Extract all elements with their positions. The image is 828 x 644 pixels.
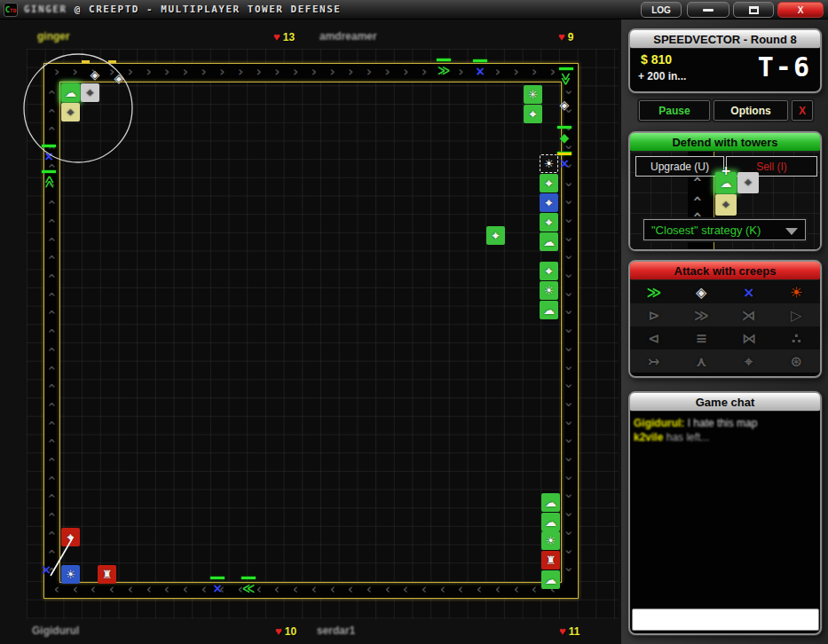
creep-type-locked[interactable]: ▷: [773, 303, 821, 326]
preview-tower-selected[interactable]: ☁: [715, 172, 737, 193]
bottom-player-row: Gigidurul ♥10 serdar1 ♥11: [0, 621, 621, 642]
tower-gun-blue[interactable]: ⌖: [540, 193, 558, 212]
chevron-down-icon: [785, 228, 798, 235]
lives-counter: ♥13: [273, 30, 295, 43]
attack-panel: Attack with creeps ≫◈×☀⊳≫⋊▷⊲≡⋈∴↣⋏⌖⊛: [628, 260, 822, 378]
chat-message: k2vile has left...: [634, 430, 816, 444]
chat-author: k2vile: [634, 431, 663, 444]
round-title: SPEEDVECTOR - Round 8: [630, 30, 820, 49]
tower-tank-enemy[interactable]: ♜: [98, 565, 116, 584]
creep-type-locked[interactable]: ⋊: [725, 303, 773, 326]
lives-counter: ♥9: [558, 30, 573, 43]
app-logo-icon: CTD: [4, 3, 18, 17]
tower-gun[interactable]: ⌖: [540, 174, 558, 192]
creep-row: ⊲≡⋈∴: [630, 326, 820, 349]
heart-icon: ♥: [273, 30, 280, 43]
surrender-button[interactable]: X: [792, 100, 813, 121]
log-button[interactable]: LOG: [641, 2, 682, 18]
heart-icon: ♥: [558, 30, 565, 43]
creep-row: ⊳≫⋊▷: [630, 303, 820, 326]
tower-splash[interactable]: ☁: [541, 570, 560, 589]
preview-tower[interactable]: ⌖: [737, 172, 759, 193]
tower-gun[interactable]: ⌖: [486, 226, 505, 245]
creep-type-locked[interactable]: ≫: [678, 303, 726, 326]
creep-type-locked[interactable]: ⋏: [678, 349, 726, 373]
player-name: Gigidurul: [32, 624, 79, 637]
creep-type-locked[interactable]: ⊛: [773, 349, 821, 373]
chat-message-text: I hate this map: [684, 417, 757, 429]
red-star-creep[interactable]: ☀: [773, 280, 821, 303]
tower-star[interactable]: ✳: [524, 85, 542, 104]
chat-message: Gigidurul: I hate this map: [634, 416, 816, 430]
green-arrow-creep[interactable]: ≫: [630, 280, 678, 303]
creep-type-locked[interactable]: ∴: [773, 326, 821, 349]
player-name: ginger: [37, 30, 70, 43]
chat-panel: Game chat Gigidurul: I hate this mapk2vi…: [628, 391, 822, 635]
close-button[interactable]: X: [777, 2, 824, 18]
defend-panel-title: Defend with towers: [630, 133, 820, 152]
strategy-label: "Closest" strategy (K): [651, 224, 761, 237]
chat-message-text: has left...: [663, 431, 709, 444]
tower-tank-enemy[interactable]: ♜: [541, 551, 560, 569]
maximize-button[interactable]: [733, 2, 774, 18]
tower-gun[interactable]: ⌖: [540, 213, 558, 232]
money-value: $ 810: [641, 52, 672, 67]
chat-panel-title: Game chat: [630, 393, 820, 412]
player-name: serdar1: [317, 624, 355, 637]
attack-panel-title: Attack with creeps: [630, 262, 820, 280]
tower-gun[interactable]: ⌖: [540, 262, 558, 280]
tower-splash-selected[interactable]: ☁: [61, 83, 80, 102]
lives-counter: ♥11: [559, 624, 580, 638]
tower-splash[interactable]: ☁: [540, 232, 558, 251]
creep-type-locked[interactable]: ↣: [630, 349, 678, 373]
player-name: amdreamer: [319, 30, 377, 43]
tower-gun-enemy[interactable]: ⌖: [61, 528, 80, 546]
blue-cross-creep[interactable]: ×: [725, 280, 773, 303]
minimize-button[interactable]: [687, 2, 729, 18]
creep-type-locked[interactable]: ⌖: [725, 349, 773, 373]
lives-counter: ♥10: [275, 624, 296, 638]
maximize-icon: [749, 6, 759, 14]
options-button[interactable]: Options: [714, 100, 788, 121]
creep-type-locked[interactable]: ⋈: [725, 326, 773, 349]
top-player-row: ginger ♥13 amdreamer ♥9: [0, 27, 621, 48]
pause-button[interactable]: Pause: [639, 100, 710, 121]
upgrade-button[interactable]: Upgrade (U): [635, 156, 724, 177]
tower-star-blue[interactable]: ☀: [61, 565, 80, 584]
white-diamond-creep[interactable]: ◈: [678, 280, 726, 303]
window-title: ginger @ CreepTD - Multiplayer Tower Def…: [24, 4, 341, 15]
creep-row: ↣⋏⌖⊛: [630, 349, 820, 373]
wave-timer: T-6: [758, 51, 811, 82]
path-inner-border: [59, 82, 562, 583]
heart-icon: ♥: [275, 624, 282, 638]
tower-splash[interactable]: ☁: [541, 513, 560, 531]
chat-messages: Gigidurul: I hate this mapk2vile has lef…: [630, 412, 820, 608]
strategy-dropdown[interactable]: "Closest" strategy (K): [643, 219, 806, 240]
tower-ghost-placing[interactable]: ☀: [540, 154, 558, 173]
minimize-icon: [703, 9, 714, 12]
creep-type-locked[interactable]: ⊳: [630, 303, 678, 326]
tower-splash[interactable]: ☁: [541, 493, 560, 512]
tower-star[interactable]: ☀: [541, 531, 560, 550]
tower-gun[interactable]: ⌖: [81, 83, 99, 102]
creep-row: ≫◈×☀: [630, 280, 820, 303]
tower-gun[interactable]: ⌖: [61, 103, 80, 122]
creeptd-window: CTD ginger @ CreepTD - Multiplayer Tower…: [0, 0, 828, 644]
preview-tower[interactable]: ⌖: [715, 194, 737, 216]
chat-author: Gigidurul:: [634, 417, 684, 429]
creep-type-locked[interactable]: ≡: [678, 326, 726, 349]
income-value: + 200 in...: [638, 70, 686, 82]
tower-star[interactable]: ☀: [540, 281, 558, 300]
window-titlebar: CTD ginger @ CreepTD - Multiplayer Tower…: [0, 0, 828, 20]
tower-splash[interactable]: ☁: [540, 301, 558, 319]
tower-gun[interactable]: ⌖: [524, 105, 542, 123]
heart-icon: ♥: [559, 624, 566, 638]
chat-input[interactable]: [632, 609, 819, 631]
creep-type-locked[interactable]: ⊲: [630, 326, 678, 349]
round-info-panel: SPEEDVECTOR - Round 8 $ 810 + 200 in... …: [628, 28, 822, 93]
